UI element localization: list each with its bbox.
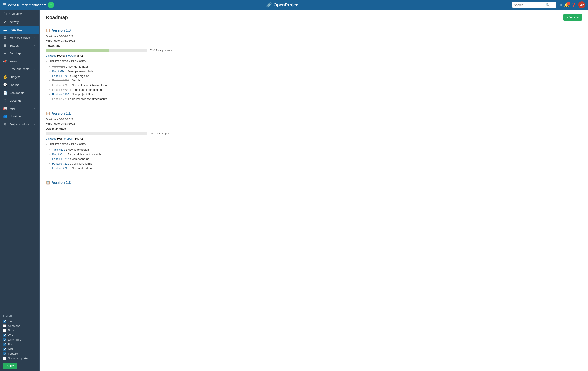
progress-bar-bg-v1.1 — [46, 132, 147, 135]
sidebar-item-backlogs[interactable]: ≡ Backlogs — [0, 50, 39, 57]
sidebar-item-documents[interactable]: 📄 Documents — [0, 89, 39, 97]
filter-checkbox-feature[interactable] — [3, 352, 6, 355]
closed-link-v1.1[interactable]: 0 closed — [46, 137, 56, 140]
help-icon: ❓ — [571, 2, 576, 7]
filter-label-bug: Bug — [8, 343, 13, 346]
filter-items: Task Milestone Phase Wish User story Bug… — [3, 319, 36, 361]
filter-apply-button[interactable]: Apply — [3, 363, 18, 369]
project-selector[interactable]: Website implementation ▾ — [8, 3, 46, 7]
versions-container: 📋 Version 1.0 Start date 03/01/2022 Fini… — [46, 24, 582, 185]
list-item: Feature #203 : Singe sign-on — [49, 73, 582, 78]
wp-desc: : Thumbnails for attachments — [70, 97, 107, 101]
avatar[interactable]: OP — [578, 1, 585, 8]
version-block-v1.0: 📋 Version 1.0 Start date 03/01/2022 Fini… — [46, 24, 582, 101]
version-link-v1.0[interactable]: Version 1.0 — [52, 29, 71, 32]
content-area: Roadmap + Version 📋 Version 1.0 Start da… — [40, 10, 588, 371]
sidebar-item-wiki[interactable]: 📖 Wiki → — [0, 104, 39, 112]
list-item: Feature #204 : OAuth — [49, 78, 582, 83]
wp-link[interactable]: Feature #205 — [52, 83, 69, 87]
sidebar-item-members[interactable]: 👥 Members — [0, 112, 39, 120]
related-header-v1.0[interactable]: ▼ RELATED WORK PACKAGES — [46, 60, 582, 62]
sidebar-item-roadmap[interactable]: ▬ Roadmap — [0, 26, 39, 34]
filter-item-bug[interactable]: Bug — [3, 342, 36, 347]
wp-link[interactable]: Feature #214 — [52, 157, 69, 160]
wp-link[interactable]: Task #213 — [52, 148, 65, 151]
wp-desc: : Newsletter registration form — [70, 83, 107, 87]
sidebar-item-budgets[interactable]: 💰 Budgets — [0, 73, 39, 81]
wp-link[interactable]: Feature #203 — [52, 74, 69, 78]
filter-checkbox-bug[interactable] — [3, 343, 6, 346]
sidebar-item-project-settings[interactable]: ⚙ Project settings → — [0, 120, 39, 128]
hamburger-button[interactable]: ☰ — [3, 2, 6, 7]
filter-item-milestone[interactable]: Milestone — [3, 323, 36, 328]
add-version-button[interactable]: + Version — [563, 14, 582, 20]
collapse-icon-v1.1: ▼ — [46, 143, 48, 146]
sidebar-label-backlogs: Backlogs — [9, 52, 36, 55]
wp-link[interactable]: Bug #207 — [52, 70, 64, 73]
sidebar-icon-project-settings: ⚙ — [3, 122, 7, 126]
version-link-v1.2[interactable]: Version 1.2 — [52, 181, 71, 185]
search-box[interactable]: 🔍 — [512, 2, 556, 8]
sidebar-icon-activity: ✓ — [3, 20, 7, 24]
help-button[interactable]: ❓ — [571, 2, 576, 7]
version-status-v1.1: Due in 24 days — [46, 127, 582, 130]
open-link-v1.1[interactable]: 5 open — [64, 137, 73, 140]
related-header-v1.1[interactable]: ▼ RELATED WORK PACKAGES — [46, 143, 582, 146]
progress-label-v1.0: 62% Total progress — [150, 49, 172, 52]
sidebar-item-boards[interactable]: ⊟ Boards → — [0, 41, 39, 50]
filter-label-risk: Risk — [8, 347, 13, 351]
notifications-button[interactable]: 🔔 4 — [564, 2, 569, 7]
sidebar-item-meetings[interactable]: 🗓 Meetings — [0, 97, 39, 104]
filter-item-feature[interactable]: Feature — [3, 351, 36, 356]
sidebar-item-overview[interactable]: ⓘ Overview — [0, 10, 39, 18]
nav-center: 🔗 OpenProject — [56, 2, 510, 8]
open-pct-v1.0: (38%) — [75, 54, 83, 57]
closed-link-v1.0[interactable]: 5 closed — [46, 54, 56, 57]
add-button[interactable]: + — [48, 2, 54, 8]
wp-desc: : Configure forms — [70, 162, 92, 165]
version-link-v1.1[interactable]: Version 1.1 — [52, 111, 71, 116]
wp-link[interactable]: Feature #219 — [52, 162, 69, 165]
search-input[interactable] — [514, 3, 545, 7]
filter-item-wish[interactable]: Wish — [3, 333, 36, 337]
sidebar-label-overview: Overview — [9, 12, 36, 15]
wp-link[interactable]: Feature #208 — [52, 88, 69, 91]
wp-desc: : New logo design — [66, 148, 89, 151]
grid-icon-button[interactable]: ⊞ — [559, 2, 562, 7]
filter-checkbox-show-completed[interactable] — [3, 357, 6, 360]
sidebar-item-work-packages[interactable]: ⊞ Work packages → — [0, 34, 39, 41]
wp-link[interactable]: Task #210 — [52, 65, 65, 68]
wp-link[interactable]: Feature #204 — [52, 79, 69, 82]
filter-item-task[interactable]: Task — [3, 319, 36, 323]
wp-link[interactable]: Feature #209 — [52, 93, 69, 96]
sidebar-label-time-costs: Time and costs — [9, 67, 31, 71]
filter-item-phase[interactable]: Phase — [3, 328, 36, 333]
filter-checkbox-phase[interactable] — [3, 329, 6, 332]
filter-item-user-story[interactable]: User story — [3, 337, 36, 342]
wp-link[interactable]: Bug #218 — [52, 153, 64, 156]
list-item: Feature #211 : Thumbnails for attachment… — [49, 97, 582, 101]
filter-item-show-completed[interactable]: Show completed ... — [3, 356, 36, 361]
sidebar-item-forums[interactable]: 💬 Forums — [0, 81, 39, 89]
list-item: Feature #219 : Configure forms — [49, 161, 582, 166]
sidebar-arrow-time-costs: → — [33, 68, 36, 70]
filter-item-risk[interactable]: Risk — [3, 347, 36, 351]
filter-checkbox-wish[interactable] — [3, 334, 6, 337]
wp-link[interactable]: Feature #211 — [52, 97, 69, 101]
wp-link[interactable]: Feature #220 — [52, 167, 69, 170]
open-link-v1.0[interactable]: 3 open — [66, 54, 74, 57]
sidebar-icon-work-packages: ⊞ — [3, 36, 7, 40]
sidebar-arrow-boards: → — [33, 44, 36, 47]
list-item: Bug #218 : Drag and drop not possible — [49, 152, 582, 157]
page-header: Roadmap + Version — [46, 14, 582, 20]
related-label-v1.0: RELATED WORK PACKAGES — [49, 60, 85, 62]
sidebar-item-news[interactable]: 📣 News — [0, 57, 39, 65]
sidebar-item-time-costs[interactable]: ⏱ Time and costs → — [0, 65, 39, 73]
filter-checkbox-user-story[interactable] — [3, 338, 6, 341]
filter-checkbox-risk[interactable] — [3, 348, 6, 351]
version-header-v1.0: 📋 Version 1.0 — [46, 28, 582, 32]
filter-checkbox-task[interactable] — [3, 320, 6, 323]
filter-checkbox-milestone[interactable] — [3, 324, 6, 328]
logo-text: OpenProject — [273, 2, 300, 8]
sidebar-item-activity[interactable]: ✓ Activity — [0, 18, 39, 26]
